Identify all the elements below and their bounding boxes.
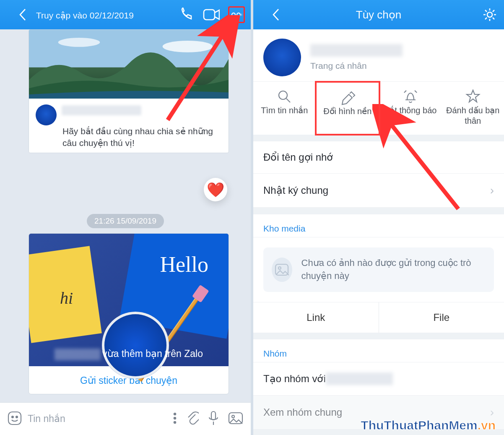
back-icon[interactable] bbox=[14, 6, 31, 23]
friend-added-card[interactable]: hi Hello vừa thêm bạn trên Zalo Gửi stic… bbox=[29, 233, 229, 394]
tab-file[interactable]: File bbox=[379, 302, 504, 333]
sticker-picker-icon[interactable] bbox=[8, 411, 22, 427]
options-title: Tùy chọn bbox=[284, 8, 473, 21]
photo-placeholder-icon bbox=[272, 258, 292, 282]
mute-notifications-button[interactable]: Tắt thông báo bbox=[379, 82, 442, 135]
intro-card-image bbox=[29, 30, 229, 99]
contact-avatar bbox=[36, 104, 57, 125]
stationery-image: hi Hello vừa thêm bạn trên Zalo bbox=[29, 234, 229, 366]
chat-header: Truy cập vào 02/12/2019 bbox=[0, 0, 251, 29]
change-background-button[interactable]: Đổi hình nền bbox=[315, 81, 381, 135]
search-messages-button[interactable]: Tìm tin nhắn bbox=[253, 82, 316, 135]
more-options-icon[interactable] bbox=[228, 6, 245, 23]
mark-close-friend-button[interactable]: Đánh dấu bạn thân bbox=[442, 82, 504, 135]
media-empty-state: Chưa có ảnh nào được gửi trong cuộc trò … bbox=[253, 237, 504, 302]
video-call-icon[interactable] bbox=[203, 6, 220, 23]
svg-point-5 bbox=[163, 41, 213, 52]
chat-timestamp: 21:26 15/09/2019 bbox=[87, 214, 164, 228]
quick-actions-row: Tìm tin nhắn Đổi hình nền Tắt thông báo … bbox=[253, 82, 504, 135]
last-access-text: Truy cập vào 02/12/2019 bbox=[36, 10, 134, 21]
profile-row[interactable]: Trang cá nhân bbox=[253, 29, 504, 82]
added-on-zalo-text: vừa thêm bạn trên Zalo bbox=[29, 348, 229, 360]
shared-diary-item[interactable]: Nhật ký chung› bbox=[253, 174, 504, 208]
create-group-item[interactable]: Tạo nhóm với bbox=[253, 362, 504, 396]
svg-point-17 bbox=[279, 91, 287, 99]
intro-message: Hãy bắt đầu cùng nhau chia sẻ những câu … bbox=[29, 125, 229, 153]
svg-point-2 bbox=[237, 13, 240, 16]
heart-reaction[interactable]: ❤️ bbox=[204, 178, 227, 201]
attach-icon[interactable] bbox=[186, 411, 199, 427]
image-picker-icon[interactable] bbox=[228, 412, 243, 426]
svg-point-8 bbox=[12, 416, 13, 418]
svg-point-19 bbox=[278, 267, 281, 269]
svg-point-10 bbox=[174, 413, 176, 414]
chevron-right-icon: › bbox=[490, 184, 494, 197]
svg-point-16 bbox=[487, 12, 492, 17]
settings-gear-icon[interactable] bbox=[481, 6, 498, 23]
message-input[interactable]: Tin nhắn bbox=[28, 413, 164, 425]
more-composer-icon[interactable] bbox=[173, 412, 177, 426]
svg-rect-0 bbox=[204, 10, 215, 20]
chevron-right-icon: › bbox=[490, 406, 494, 419]
media-section-title: Kho media bbox=[253, 214, 504, 237]
tab-link[interactable]: Link bbox=[253, 302, 379, 333]
message-composer: Tin nhắn bbox=[0, 402, 251, 435]
contact-name-blurred bbox=[62, 105, 141, 115]
intro-card[interactable]: Hãy bắt đầu cùng nhau chia sẻ những câu … bbox=[29, 29, 229, 153]
profile-link: Trang cá nhân bbox=[310, 61, 403, 71]
svg-point-11 bbox=[174, 417, 176, 419]
profile-name-blurred bbox=[310, 44, 403, 57]
svg-point-12 bbox=[174, 421, 176, 423]
svg-rect-7 bbox=[8, 412, 21, 425]
options-header: Tùy chọn bbox=[253, 0, 504, 29]
svg-rect-13 bbox=[211, 412, 216, 420]
group-name-blurred bbox=[326, 372, 393, 385]
voice-call-icon[interactable] bbox=[178, 6, 195, 23]
svg-point-15 bbox=[232, 415, 234, 418]
voice-message-icon[interactable] bbox=[208, 411, 219, 427]
watermark: ThuThuatPhanMem.vn bbox=[361, 418, 496, 432]
back-icon[interactable] bbox=[268, 6, 284, 23]
rename-contact-item[interactable]: Đổi tên gợi nhớ bbox=[253, 141, 504, 174]
group-section-title: Nhóm bbox=[253, 339, 504, 362]
svg-point-1 bbox=[232, 13, 235, 16]
svg-point-9 bbox=[16, 416, 18, 418]
profile-avatar bbox=[263, 39, 301, 76]
svg-point-6 bbox=[58, 38, 100, 47]
media-tabs: Link File bbox=[253, 302, 504, 333]
